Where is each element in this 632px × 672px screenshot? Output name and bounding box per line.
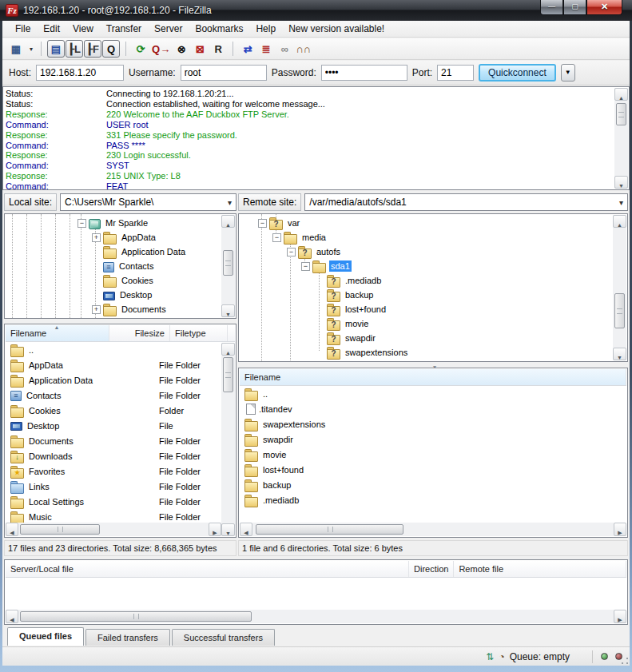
tree-expander-icon[interactable]: − [301, 262, 310, 271]
tree-item-label[interactable]: swapextensions [344, 347, 409, 358]
column-header-filesize[interactable]: Filesize [109, 325, 170, 341]
file-name[interactable]: .. [29, 345, 101, 355]
scroll-up-icon[interactable] [221, 343, 235, 356]
column-header-remote-file[interactable]: Remote file [454, 561, 626, 577]
toolbar-toggle-button[interactable]: Q [102, 40, 120, 58]
quickconnect-button[interactable]: Quickconnect [479, 64, 556, 82]
toolbar-toggle-button[interactable]: ┠F [84, 40, 101, 58]
tree-item-label[interactable]: Documents [120, 304, 168, 315]
menu-item[interactable]: Transfer [100, 22, 148, 36]
local-site-combo[interactable]: C:\Users\Mr Sparkle\ [60, 193, 237, 211]
scroll-down-icon[interactable] [614, 176, 628, 189]
local-tree-item[interactable]: − Mr Sparkle [6, 216, 221, 230]
local-file-row[interactable]: Local Settings File Folder [6, 494, 221, 509]
file-name[interactable]: Downloads [29, 451, 101, 461]
remote-tree-item[interactable]: backup [240, 288, 612, 302]
queue-tab[interactable]: Queued files [7, 627, 84, 646]
remote-tree-item[interactable]: − autofs [240, 245, 612, 259]
toolbar-action-button[interactable]: ⟳ [132, 40, 149, 58]
file-name[interactable]: Desktop [27, 421, 101, 431]
local-tree-item[interactable]: + Documents [6, 302, 221, 316]
tree-item-label[interactable]: autofs [315, 246, 342, 257]
remote-file-row[interactable]: .. [240, 386, 626, 401]
local-file-row[interactable]: Downloads File Folder [6, 448, 221, 463]
local-file-row[interactable]: Desktop File [6, 418, 221, 433]
tree-item-label[interactable]: AppData [120, 232, 157, 243]
tree-item-label[interactable]: Cookies [120, 275, 155, 286]
remote-tree-scroll-thumb[interactable] [614, 293, 625, 328]
remote-tree-item[interactable]: − var [240, 216, 612, 230]
menu-item[interactable]: Edit [37, 22, 66, 36]
local-tree-item[interactable]: Cookies [6, 273, 221, 288]
local-file-row[interactable]: Contacts File Folder [6, 388, 221, 403]
remote-tree-item[interactable]: dvd [240, 360, 612, 361]
remote-tree-item[interactable]: lost+found [240, 302, 612, 316]
remote-list-horizontal-scrollbar[interactable] [240, 523, 626, 536]
file-name[interactable]: .. [263, 389, 626, 399]
local-tree[interactable]: − Mr Sparkle + AppData Application Data [4, 213, 237, 319]
file-name[interactable]: Favorites [29, 467, 101, 476]
local-file-row[interactable]: Favorites File Folder [6, 463, 221, 479]
toolbar-action-button[interactable]: R [209, 40, 227, 58]
remote-file-row[interactable]: swapdir [240, 431, 626, 447]
file-name[interactable]: Music [29, 512, 101, 522]
scroll-up-icon[interactable] [221, 215, 235, 228]
scroll-up-icon[interactable] [614, 88, 628, 101]
local-tree-vertical-scrollbar[interactable] [221, 215, 235, 317]
speedlimit-icon[interactable]: ◔ [499, 651, 504, 662]
local-list-vertical-scrollbar[interactable] [221, 343, 235, 536]
column-header-filename[interactable]: Filename [240, 369, 626, 385]
remote-file-list[interactable]: Filename .. .titandev swapextensions [238, 368, 628, 538]
remote-tree-item[interactable]: swapextensions [240, 345, 612, 360]
scroll-up-icon[interactable] [613, 215, 626, 228]
remote-tree-item[interactable]: − media [240, 230, 612, 245]
quickconnect-dropdown-icon[interactable]: ▼ [561, 64, 575, 82]
scroll-left-icon[interactable] [6, 523, 18, 536]
scroll-down-icon[interactable] [613, 348, 626, 360]
queue-horizontal-scrollbar[interactable] [6, 610, 626, 623]
password-input[interactable] [321, 65, 407, 81]
file-name[interactable]: Local Settings [29, 497, 101, 507]
file-name[interactable]: movie [263, 450, 626, 459]
local-tree-item[interactable]: Contacts [6, 259, 221, 273]
scroll-left-icon[interactable] [6, 610, 18, 623]
tree-item-label[interactable]: var [286, 217, 301, 229]
menu-item[interactable]: Server [148, 22, 189, 36]
toolbar-extra-button[interactable]: ∞ [276, 40, 293, 58]
local-file-row[interactable]: Music File Folder [6, 509, 221, 523]
tree-item-label[interactable]: backup [344, 289, 375, 300]
menu-item[interactable]: Bookmarks [189, 22, 249, 36]
remote-file-row[interactable]: lost+found [240, 462, 626, 477]
column-header-server-local-file[interactable]: Server/Local file [6, 561, 409, 577]
file-name[interactable]: swapdir [263, 435, 626, 444]
local-tree-scroll-thumb[interactable] [223, 250, 233, 276]
file-name[interactable]: Links [29, 482, 101, 491]
scroll-right-icon[interactable] [614, 523, 626, 536]
tree-expander-icon[interactable]: + [92, 305, 101, 314]
close-button[interactable]: ✕ [586, 0, 622, 15]
scroll-down-icon[interactable] [221, 523, 235, 536]
remote-tree-vertical-scrollbar[interactable] [613, 215, 626, 360]
remote-file-row[interactable]: .mediadb [240, 492, 626, 507]
scroll-down-icon[interactable] [221, 304, 235, 317]
file-name[interactable]: AppData [29, 360, 101, 370]
remote-file-row[interactable]: .titandev [240, 401, 626, 416]
port-input[interactable] [437, 65, 474, 81]
tree-item-label[interactable]: Contacts [117, 260, 155, 272]
tree-expander-icon[interactable]: − [287, 248, 296, 256]
local-list-hscroll-thumb[interactable] [20, 524, 100, 535]
local-tree-item[interactable]: + AppData [6, 230, 221, 245]
toolbar-toggle-button[interactable]: ┠L [66, 40, 83, 58]
local-file-list[interactable]: ▲ Filename Filesize Filetype .. [4, 324, 237, 538]
local-tree-item[interactable]: Desktop [6, 288, 221, 302]
toolbar-extra-button[interactable]: ≣ [257, 40, 275, 58]
compare-indicator-icon[interactable]: ⇅ [486, 651, 494, 662]
host-input[interactable] [36, 65, 124, 81]
tree-item-label[interactable]: lost+found [344, 304, 388, 315]
title-bar[interactable]: Fz 192.168.1.20 - root@192.168.1.20 - Fi… [0, 0, 632, 21]
file-name[interactable]: lost+found [263, 465, 626, 475]
tree-expander-icon[interactable]: − [272, 233, 281, 242]
username-input[interactable] [181, 65, 267, 81]
file-name[interactable]: Application Data [29, 376, 101, 385]
resize-grip[interactable] [621, 657, 629, 665]
